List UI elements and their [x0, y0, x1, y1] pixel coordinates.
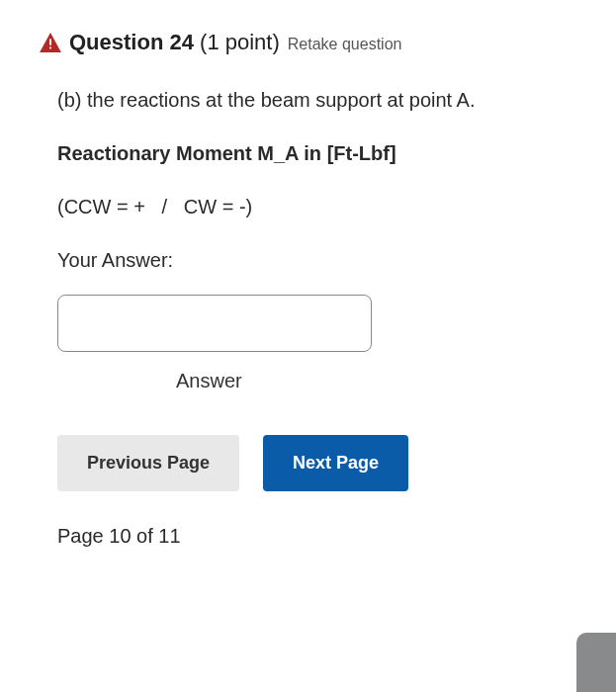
question-title: Question 24 (1 point) — [69, 30, 280, 55]
svg-rect-1 — [49, 47, 51, 49]
next-page-button[interactable]: Next Page — [263, 435, 408, 491]
corner-widget[interactable] — [576, 633, 616, 692]
question-header: Question 24 (1 point) Retake question — [40, 30, 576, 55]
question-number: 24 — [169, 30, 193, 54]
your-answer-label: Your Answer: — [57, 245, 576, 275]
previous-page-button[interactable]: Previous Page — [57, 435, 239, 491]
retake-question-link[interactable]: Retake question — [288, 36, 402, 53]
sign-convention: (CCW = + / CW = -) — [57, 192, 576, 221]
question-part-b: (b) the reactions at the beam support at… — [57, 85, 576, 115]
question-points: (1 point) — [200, 30, 280, 54]
navigation-buttons: Previous Page Next Page — [57, 435, 576, 491]
answer-input[interactable] — [57, 295, 372, 352]
question-body: (b) the reactions at the beam support at… — [40, 85, 576, 551]
reaction-moment-label: Reactionary Moment M_A in [Ft-Lbf] — [57, 138, 576, 168]
svg-rect-0 — [49, 39, 51, 44]
question-prefix: Question — [69, 30, 163, 54]
warning-icon — [40, 33, 61, 52]
answer-field-label: Answer — [176, 366, 576, 395]
page-counter: Page 10 of 11 — [57, 521, 576, 551]
